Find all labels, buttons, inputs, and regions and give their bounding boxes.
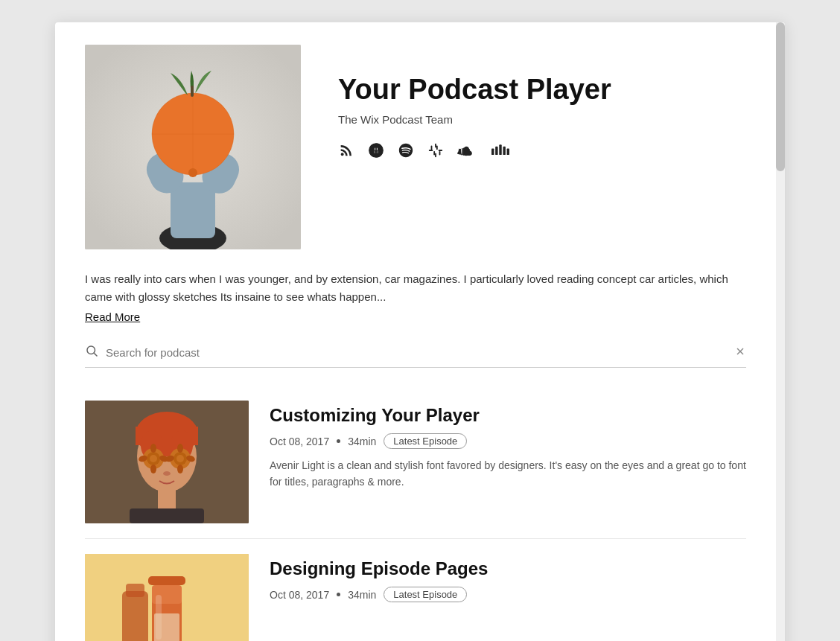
search-input[interactable] [106, 346, 727, 359]
svg-rect-11 [191, 86, 194, 97]
svg-rect-38 [158, 488, 176, 511]
svg-point-52 [177, 465, 183, 473]
svg-point-51 [177, 444, 183, 453]
svg-rect-24 [499, 144, 501, 155]
episode-1-duration: 34min [348, 436, 376, 447]
episode-2-dot [337, 593, 340, 596]
episode-2-image [85, 554, 249, 641]
svg-rect-3 [171, 182, 215, 238]
svg-rect-54 [130, 508, 204, 523]
podcast-author: The Wix Podcast Team [338, 113, 746, 126]
episode-2-duration: 34min [348, 589, 376, 601]
search-icon [85, 344, 98, 361]
episode-1-image [85, 401, 249, 523]
svg-rect-23 [495, 147, 497, 155]
svg-rect-26 [507, 148, 509, 155]
svg-rect-16 [429, 150, 433, 151]
header-section: Your Podcast Player The Wix Podcast Team [85, 45, 746, 249]
episode-2-title: Designing Episode Pages [270, 558, 746, 579]
svg-rect-63 [122, 591, 148, 641]
google-podcasts-icon[interactable] [427, 142, 444, 163]
episode-2-meta: Oct 08, 2017 34min Latest Episode [270, 587, 746, 602]
rss-icon[interactable] [338, 142, 354, 163]
scrollbar-thumb[interactable] [776, 22, 785, 171]
soundcloud-icon[interactable] [457, 142, 478, 163]
spotify-icon[interactable] [398, 142, 414, 163]
svg-rect-57 [148, 576, 185, 585]
svg-rect-19 [439, 151, 441, 156]
svg-rect-15 [435, 153, 436, 157]
podcast-platform-icons [338, 142, 746, 163]
svg-point-45 [150, 465, 156, 473]
episode-1-description: Avenir Light is a clean and stylish font… [270, 458, 746, 490]
episode-1-meta: Oct 08, 2017 34min Latest Episode [270, 433, 746, 449]
search-bar [85, 344, 746, 368]
podcast-cover-image [85, 45, 301, 249]
scrollbar[interactable] [776, 22, 785, 641]
podcast-info: Your Podcast Player The Wix Podcast Team [338, 45, 746, 163]
read-more-link[interactable]: Read More [85, 310, 140, 323]
svg-point-44 [150, 444, 156, 453]
episode-item-1: Customizing Your Player Oct 08, 2017 34m… [85, 386, 746, 539]
svg-point-53 [163, 471, 171, 476]
episode-1-date: Oct 08, 2017 [270, 436, 329, 447]
svg-rect-25 [503, 147, 505, 155]
svg-rect-62 [154, 613, 179, 641]
svg-point-27 [87, 346, 95, 354]
svg-rect-17 [439, 150, 443, 151]
podcast-description: I was really into cars when I was younge… [85, 270, 746, 306]
episode-1-info: Customizing Your Player Oct 08, 2017 34m… [270, 401, 746, 490]
search-clear-button[interactable] [734, 345, 746, 360]
svg-point-41 [150, 455, 157, 462]
main-window: Your Podcast Player The Wix Podcast Team [55, 22, 785, 641]
svg-rect-64 [126, 584, 144, 597]
episode-2-date: Oct 08, 2017 [270, 589, 329, 601]
svg-rect-14 [435, 144, 436, 148]
podcast-title: Your Podcast Player [338, 74, 746, 106]
svg-point-48 [176, 455, 184, 462]
episode-2-badge: Latest Episode [384, 587, 467, 602]
svg-rect-21 [433, 151, 435, 156]
episode-2-info: Designing Episode Pages Oct 08, 2017 34m… [270, 554, 746, 611]
svg-rect-20 [436, 145, 438, 150]
svg-rect-18 [431, 145, 433, 150]
episode-1-title: Customizing Your Player [270, 405, 746, 426]
episode-1-badge: Latest Episode [384, 433, 467, 449]
svg-point-10 [188, 168, 197, 177]
apple-podcasts-icon[interactable] [368, 142, 384, 163]
svg-line-28 [94, 353, 97, 356]
svg-rect-22 [491, 148, 494, 155]
episode-item-2: Designing Episode Pages Oct 08, 2017 34m… [85, 539, 746, 641]
episode-1-dot [337, 439, 340, 443]
deezer-icon[interactable] [491, 142, 509, 163]
